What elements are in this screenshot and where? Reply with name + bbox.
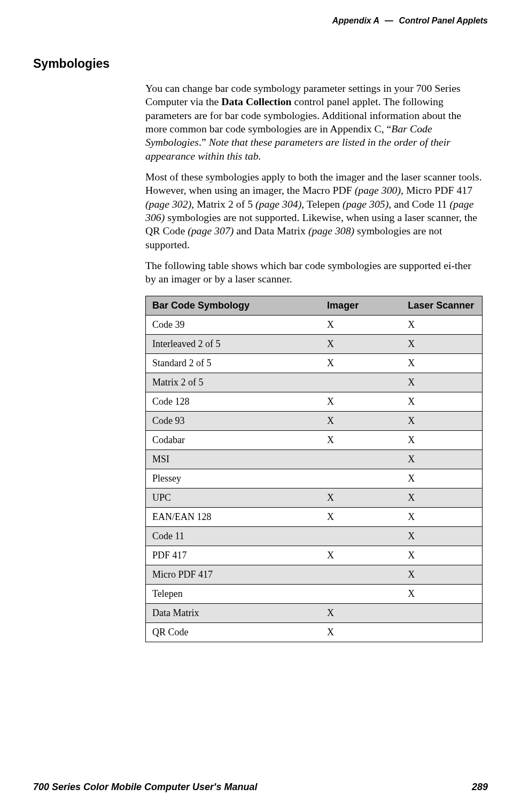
imager-cell: X — [321, 622, 401, 642]
laser-cell: X — [401, 450, 482, 469]
header-appendix: Appendix A — [332, 16, 379, 25]
laser-cell — [401, 622, 482, 642]
imager-cell: X — [321, 411, 401, 430]
imager-cell: X — [321, 546, 401, 565]
imager-cell — [321, 469, 401, 488]
paragraph-2: Most of these symbologies apply to both … — [145, 170, 483, 251]
laser-cell: X — [401, 526, 482, 546]
imager-cell — [321, 526, 401, 546]
symbology-name: Code 11 — [146, 526, 321, 546]
footer-manual-title: 700 Series Color Mobile Computer User's … — [33, 782, 257, 793]
table-row: Micro PDF 417X — [146, 565, 483, 584]
footer-page-number: 289 — [472, 782, 488, 793]
symbology-name: Code 128 — [146, 392, 321, 411]
col-symbology: Bar Code Symbology — [146, 296, 321, 315]
symbology-table: Bar Code Symbology Imager Laser Scanner … — [145, 296, 483, 642]
laser-cell: X — [401, 373, 482, 392]
imager-cell — [321, 450, 401, 469]
running-header: Appendix A — Control Panel Applets — [33, 16, 488, 26]
header-section: Control Panel Applets — [399, 16, 488, 25]
symbology-name: Interleaved 2 of 5 — [146, 334, 321, 353]
laser-cell: X — [401, 546, 482, 565]
laser-cell: X — [401, 488, 482, 507]
symbology-name: Code 39 — [146, 315, 321, 334]
body-text: You can change bar code symbology parame… — [145, 82, 483, 642]
table-row: Matrix 2 of 5X — [146, 373, 483, 392]
paragraph-1: You can change bar code symbology parame… — [145, 82, 483, 163]
symbology-name: Telepen — [146, 584, 321, 603]
table-row: PlesseyX — [146, 469, 483, 488]
imager-cell: X — [321, 507, 401, 526]
symbology-name: Matrix 2 of 5 — [146, 373, 321, 392]
imager-cell: X — [321, 603, 401, 622]
table-row: Code 39XX — [146, 315, 483, 334]
col-laser: Laser Scanner — [401, 296, 482, 315]
laser-cell: X — [401, 584, 482, 603]
table-row: Interleaved 2 of 5XX — [146, 334, 483, 353]
table-row: TelepenX — [146, 584, 483, 603]
imager-cell: X — [321, 392, 401, 411]
table-row: Data MatrixX — [146, 603, 483, 622]
imager-cell: X — [321, 488, 401, 507]
symbology-name: Micro PDF 417 — [146, 565, 321, 584]
header-dash: — — [385, 16, 393, 25]
table-row: PDF 417XX — [146, 546, 483, 565]
section-title: Symbologies — [33, 57, 488, 71]
table-row: UPCXX — [146, 488, 483, 507]
laser-cell — [401, 603, 482, 622]
symbology-name: Plessey — [146, 469, 321, 488]
laser-cell: X — [401, 430, 482, 450]
table-row: EAN/EAN 128XX — [146, 507, 483, 526]
table-row: Code 128XX — [146, 392, 483, 411]
symbology-name: MSI — [146, 450, 321, 469]
table-header-row: Bar Code Symbology Imager Laser Scanner — [146, 296, 483, 315]
symbology-name: PDF 417 — [146, 546, 321, 565]
paragraph-3: The following table shows which bar code… — [145, 259, 483, 286]
imager-cell: X — [321, 334, 401, 353]
symbology-name: EAN/EAN 128 — [146, 507, 321, 526]
laser-cell: X — [401, 507, 482, 526]
document-page: Appendix A — Control Panel Applets Symbo… — [0, 0, 521, 812]
table-row: Code 93XX — [146, 411, 483, 430]
laser-cell: X — [401, 334, 482, 353]
imager-cell — [321, 565, 401, 584]
laser-cell: X — [401, 469, 482, 488]
col-imager: Imager — [321, 296, 401, 315]
symbology-name: Standard 2 of 5 — [146, 353, 321, 373]
symbology-name: Code 93 — [146, 411, 321, 430]
imager-cell: X — [321, 430, 401, 450]
table-row: CodabarXX — [146, 430, 483, 450]
symbology-name: Data Matrix — [146, 603, 321, 622]
laser-cell: X — [401, 411, 482, 430]
page-footer: 700 Series Color Mobile Computer User's … — [33, 782, 488, 793]
imager-cell: X — [321, 353, 401, 373]
laser-cell: X — [401, 353, 482, 373]
table-row: QR CodeX — [146, 622, 483, 642]
symbology-name: Codabar — [146, 430, 321, 450]
table-row: Code 11X — [146, 526, 483, 546]
symbology-name: QR Code — [146, 622, 321, 642]
imager-cell — [321, 373, 401, 392]
imager-cell: X — [321, 315, 401, 334]
laser-cell: X — [401, 565, 482, 584]
imager-cell — [321, 584, 401, 603]
laser-cell: X — [401, 315, 482, 334]
symbology-name: UPC — [146, 488, 321, 507]
table-row: MSIX — [146, 450, 483, 469]
table-row: Standard 2 of 5XX — [146, 353, 483, 373]
laser-cell: X — [401, 392, 482, 411]
